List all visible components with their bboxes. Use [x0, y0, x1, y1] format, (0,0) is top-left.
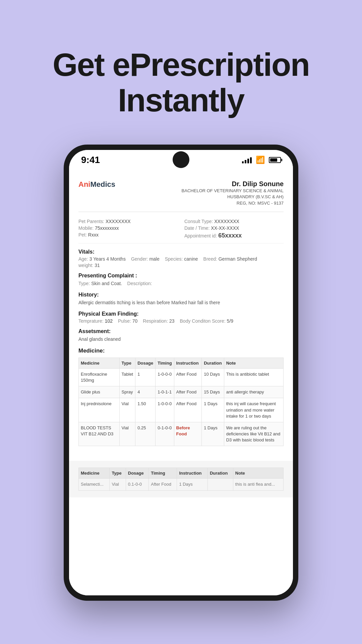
doctor-info: Dr. Dilip Sonune BACHELOR OF VETERINARY … [182, 180, 284, 206]
med-type: Vial [119, 422, 135, 446]
med-instruction: After Food [174, 386, 202, 398]
medicine-section: Medicine: Medicine Type Dosage Timing In… [78, 347, 284, 446]
medicine-title: Medicine: [78, 347, 284, 354]
med-dosage: 4 [135, 386, 156, 398]
med-type: Vial [119, 398, 135, 422]
medicine-partial-row: Selamecti... Vial 0.1-0-0 After Food 1 D… [79, 479, 284, 490]
logo: AniMedics [78, 180, 115, 189]
vitals-row1: Age: 3 Years 4 Months Gender: male Speci… [78, 256, 284, 262]
physical-exam-section: Physical Exam Finding: Temprature: 102 P… [78, 311, 284, 324]
patient-mobile: Mobile: 75xxxxxxxx [78, 225, 178, 231]
complaint-content: Type: Skin and Coat. Description: [78, 280, 284, 287]
physical-exam-title: Physical Exam Finding: [78, 311, 284, 317]
vitals-row2: weight: 31 [78, 263, 284, 268]
patient-grid: Pet Parents: XXXXXXXX Consult Type: XXXX… [78, 219, 284, 244]
med-timing: 0-1-0-0 [156, 422, 174, 446]
med-dosage: 1 [135, 368, 156, 386]
med-instruction: After Food [174, 398, 202, 422]
medicine-row: BLOOD TESTS VIT B12 AND D3 Vial 0.25 0-1… [79, 422, 284, 446]
bottom-col-dosage: Dosage [126, 468, 148, 479]
phone-notch [173, 151, 189, 168]
med-type: Tablet [119, 368, 135, 386]
screen-content[interactable]: AniMedics Dr. Dilip Sonune BACHELOR OF V… [69, 170, 293, 595]
prescription: AniMedics Dr. Dilip Sonune BACHELOR OF V… [69, 170, 293, 461]
bottom-col-medicine: Medicine [79, 468, 110, 479]
bottom-med-note: this is anti flea and... [233, 479, 283, 490]
col-timing: Timing [156, 358, 174, 368]
med-duration: 15 Days [202, 386, 224, 398]
history-title: History: [78, 292, 284, 298]
med-note: This is antibiotic tablet [224, 368, 283, 386]
physical-exam-content: Temprature: 102 Pulse: 70 Respiration: 2… [78, 318, 284, 324]
col-note: Note [224, 358, 283, 368]
assessment-content: Anal glands cleaned [78, 336, 284, 343]
phone-frame: 9:41 📶 [64, 145, 298, 601]
medicine-table: Medicine Type Dosage Timing Instruction … [78, 358, 284, 446]
medicine-row: Inj prednisolone Vial 1.50 1-0-0-0 After… [79, 398, 284, 422]
complaint-section: Presenting Complaint : Type: Skin and Co… [78, 273, 284, 287]
med-note: this inj will cause frequent urination a… [224, 398, 283, 422]
med-duration: 10 Days [202, 368, 224, 386]
med-timing: 1-0-0-0 [156, 398, 174, 422]
col-instruction: Instruction [174, 358, 202, 368]
col-type: Type [119, 358, 135, 368]
med-type: Spray [119, 386, 135, 398]
med-note: We are ruling out the deficiencies like … [224, 422, 283, 446]
hero-line1: Get ePrescription [53, 47, 309, 83]
med-name: Enrofloxacine 150mg [79, 368, 120, 386]
phone-screen: 9:41 📶 [69, 150, 293, 595]
patient-parents: Pet Parents: XXXXXXXX [78, 219, 178, 224]
patient-pet: Pet: Rxxx [78, 232, 178, 239]
bottom-col-duration: Duration [207, 468, 233, 479]
history-section: History: Allergic dermatitis Itching is … [78, 292, 284, 306]
med-dosage: 0.25 [135, 422, 156, 446]
bottom-medicine-table: Medicine Type Dosage Timing Instruction … [78, 468, 284, 490]
consult-type: Consult Type: XXXXXXXX [184, 219, 284, 224]
vitals-section: Vitals: Age: 3 Years 4 Months Gender: ma… [78, 249, 284, 268]
col-dosage: Dosage [135, 358, 156, 368]
assessment-section: Assetsment: Anal glands cleaned [78, 328, 284, 343]
med-timing: 1-0-1-1 [156, 386, 174, 398]
bottom-med-type: Vial [110, 479, 126, 490]
doctor-degree: BACHELOR OF VETERINARY SCIENCE & ANIMAL … [182, 188, 284, 206]
doctor-name: Dr. Dilip Sonune [182, 180, 284, 188]
med-name: Glide plus [79, 386, 120, 398]
med-duration: 1 Days [202, 422, 224, 446]
medicine-row: Glide plus Spray 4 1-0-1-1 After Food 15… [79, 386, 284, 398]
bottom-col-type: Type [110, 468, 126, 479]
med-dosage: 1.50 [135, 398, 156, 422]
bottom-med-dosage: 0.1-0-0 [126, 479, 148, 490]
bottom-col-instruction: Instruction [177, 468, 208, 479]
rx-header: AniMedics Dr. Dilip Sonune BACHELOR OF V… [78, 180, 284, 212]
col-medicine: Medicine [79, 358, 120, 368]
medicine-row: Enrofloxacine 150mg Tablet 1 1-0-0-0 Aft… [79, 368, 284, 386]
med-instruction: Before Food [174, 422, 202, 446]
med-duration: 1 Days [202, 398, 224, 422]
bottom-col-note: Note [233, 468, 283, 479]
med-timing: 1-0-0-0 [156, 368, 174, 386]
vitals-title: Vitals: [78, 249, 284, 255]
assessment-title: Assetsment: [78, 328, 284, 334]
bottom-med-instruction: 1 Days [177, 479, 208, 490]
bottom-med-duration [207, 479, 233, 490]
med-instruction: After Food [174, 368, 202, 386]
history-content: Allergic dermatitis Itching is less than… [78, 299, 284, 306]
med-name: BLOOD TESTS VIT B12 AND D3 [79, 422, 120, 446]
med-name: Inj prednisolone [79, 398, 120, 422]
hero-text: Get ePrescription Instantly [33, 47, 329, 118]
complaint-title: Presenting Complaint : [78, 273, 284, 279]
battery-icon [269, 157, 281, 163]
bottom-med-timing: After Food [149, 479, 177, 490]
bottom-table-area: Medicine Type Dosage Timing Instruction … [69, 461, 293, 497]
hero-line2: Instantly [118, 82, 244, 118]
date-time: Date / Time: XX-XX-XXXX [184, 225, 284, 231]
bottom-med-name: Selamecti... [79, 479, 110, 490]
appointment-id: Appointment id: 65xxxxx [184, 232, 284, 239]
wifi-icon: 📶 [256, 156, 265, 164]
status-time: 9:41 [81, 155, 100, 165]
col-duration: Duration [202, 358, 224, 368]
bottom-col-timing: Timing [149, 468, 177, 479]
signal-icon [242, 157, 252, 163]
med-note: anti allergic therapy [224, 386, 283, 398]
status-icons: 📶 [242, 156, 281, 164]
